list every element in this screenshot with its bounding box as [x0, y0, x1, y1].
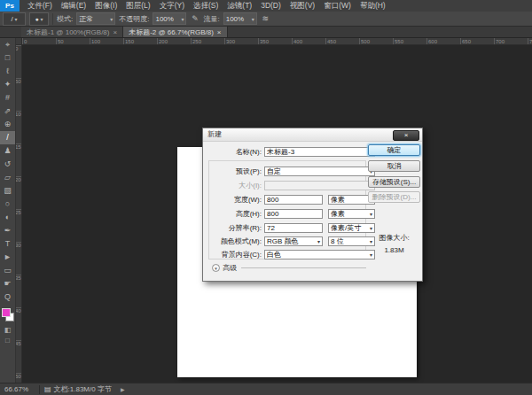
document-tab-bar: 未标题-1 @ 100%(RGB/8)×未标题-2 @ 66.7%(RGB/8)… [0, 27, 532, 38]
name-row: 名称(N): 未标题-3 [210, 146, 375, 158]
background-select[interactable]: 白色 ▾ [264, 250, 375, 259]
name-input[interactable]: 未标题-3 [264, 147, 375, 157]
resolution-label: 分辨率(R): [210, 223, 262, 233]
opacity-select[interactable]: 100% ▾ [153, 12, 186, 25]
hand-tool[interactable]: ☛ [0, 277, 15, 290]
menu-item[interactable]: 视图(V) [286, 0, 319, 12]
menu-items: 文件(F)编辑(E)图像(I)图层(L)文字(Y)选择(S)滤镜(T)3D(D)… [23, 0, 390, 12]
airbrush-icon[interactable]: ≋ [261, 14, 270, 23]
rectangle-tool[interactable]: ▭ [0, 264, 15, 277]
chevron-down-icon: ▾ [252, 16, 254, 22]
flow-label: 流量: [203, 14, 219, 24]
clone-stamp-tool[interactable]: ♟ [0, 144, 15, 158]
ruler-tick: 500 [15, 373, 21, 383]
flow-value: 100% [226, 15, 244, 23]
width-value: 800 [267, 196, 278, 204]
move-tool[interactable]: ⌖ [0, 38, 15, 51]
quick-mask-icon[interactable]: ◧ [0, 325, 15, 336]
tab-close-icon[interactable]: × [217, 28, 222, 36]
menu-item[interactable]: 编辑(E) [57, 0, 90, 12]
dodge-tool[interactable]: ◐ [0, 211, 15, 224]
menu-item[interactable]: 3D(D) [256, 0, 286, 12]
menu-item[interactable]: 图层(L) [121, 0, 154, 12]
flow-select[interactable]: 100% ▾ [223, 12, 257, 25]
ok-button[interactable]: 确定 [368, 144, 420, 156]
menu-item[interactable]: 文件(F) [23, 0, 57, 12]
width-input[interactable]: 800 [264, 195, 323, 205]
pen-tool[interactable]: ✒ [0, 224, 15, 237]
ruler-tick: 300 [15, 242, 21, 275]
foreground-color-swatch[interactable] [2, 308, 11, 317]
pen-pressure-icon[interactable]: ✎ [190, 14, 200, 23]
height-unit-select[interactable]: 像素 ▾ [328, 209, 375, 219]
advanced-expander[interactable]: ▾ 高级 [212, 263, 366, 273]
document-tab[interactable]: 未标题-1 @ 100%(RGB/8)× [21, 27, 123, 37]
document-tab[interactable]: 未标题-2 @ 66.7%(RGB/8)× [123, 27, 227, 37]
ruler-tick: 150 [123, 38, 157, 44]
image-size-info: 图像大小: 1.83M [368, 233, 420, 254]
status-options-arrow-icon[interactable]: ▶ [121, 386, 125, 392]
resolution-input[interactable]: 72 [264, 223, 323, 233]
mode-label: 模式: [57, 14, 73, 24]
options-bar: / ▾ ● ▾ 模式: 正常 ▾ 不透明度: 100% ▾ ✎ 流量: 100%… [0, 12, 532, 27]
size-select: ▾ [264, 181, 375, 190]
menu-item[interactable]: 窗口(W) [319, 0, 356, 12]
ruler-tick: 50 [15, 78, 21, 111]
height-unit-value: 像素 [331, 209, 345, 219]
status-bar: 66.67% ▤ 文档:1.83M/0 字节 ▶ [0, 383, 532, 395]
name-label: 名称(N): [210, 147, 262, 157]
color-mode-select[interactable]: RGB 颜色 ▾ [264, 236, 323, 246]
height-label: 高度(H): [210, 209, 262, 219]
eraser-tool[interactable]: ▱ [0, 171, 15, 184]
tab-label: 未标题-2 @ 66.7%(RGB/8) [129, 27, 214, 37]
dialog-title-bar[interactable]: 新建 × [203, 128, 422, 142]
lasso-tool[interactable]: ℓ [0, 65, 15, 78]
ruler-tick: 600 [426, 38, 460, 44]
size-label: 大小(I): [210, 181, 262, 190]
screen-mode-icon[interactable]: □ [0, 336, 15, 346]
background-value: 白色 [267, 250, 281, 259]
zoom-tool[interactable]: Q [0, 290, 15, 304]
save-preset-button[interactable]: 存储预设(S)... [368, 176, 420, 188]
cancel-button[interactable]: 取消 [368, 160, 420, 172]
gradient-tool[interactable]: ▧ [0, 184, 15, 198]
tab-close-icon[interactable]: × [113, 28, 117, 36]
history-brush-tool[interactable]: ↺ [0, 158, 15, 171]
crop-tool[interactable]: # [0, 91, 15, 105]
zoom-level-input[interactable]: 66.67% [4, 385, 35, 393]
preset-row: 预设(P): 自定 ▾ [210, 166, 375, 177]
ruler-tick: 250 [191, 38, 224, 44]
blur-tool[interactable]: ○ [0, 198, 15, 211]
brush-tool[interactable]: / [0, 131, 15, 144]
divider [39, 385, 40, 394]
blend-mode-select[interactable]: 正常 ▾ [76, 12, 115, 25]
tool-preset-picker[interactable]: / ▾ [3, 12, 26, 26]
ruler-tick: 500 [359, 38, 393, 44]
ruler-tick: 650 [460, 38, 494, 44]
healing-brush-tool[interactable]: ⊕ [0, 118, 15, 131]
path-selection-tool[interactable]: ► [0, 251, 15, 264]
dialog-title: 新建 [207, 130, 222, 138]
chevron-down-icon: ▾ [110, 16, 113, 22]
preset-select[interactable]: 自定 ▾ [264, 167, 375, 176]
chevron-down-icon: ▾ [370, 211, 372, 217]
menu-item[interactable]: 选择(S) [189, 0, 223, 12]
menu-item[interactable]: 帮助(H) [356, 0, 390, 12]
brush-preset-picker[interactable]: ● ▾ [29, 12, 49, 26]
height-input[interactable]: 800 [264, 209, 323, 219]
menu-item[interactable]: 文字(Y) [155, 0, 189, 12]
resolution-unit-select[interactable]: 像素/英寸 ▾ [328, 223, 375, 233]
menu-item[interactable]: 滤镜(T) [223, 0, 256, 12]
type-tool[interactable]: T [0, 237, 15, 251]
eyedropper-tool[interactable]: ⇗ [0, 105, 15, 118]
menu-item[interactable]: 图像(I) [90, 0, 121, 12]
quick-selection-tool[interactable]: ✦ [0, 78, 15, 91]
divider [241, 267, 366, 268]
marquee-tool[interactable]: □ [0, 51, 15, 65]
chevron-down-icon: ▾ [317, 238, 320, 244]
ruler-tick: 200 [15, 176, 21, 209]
document-icon: ▤ [44, 385, 51, 393]
ruler-tick: 50 [56, 38, 90, 44]
dialog-close-button[interactable]: × [393, 130, 419, 141]
width-row: 宽度(W): 800 像素 ▾ [210, 194, 375, 205]
